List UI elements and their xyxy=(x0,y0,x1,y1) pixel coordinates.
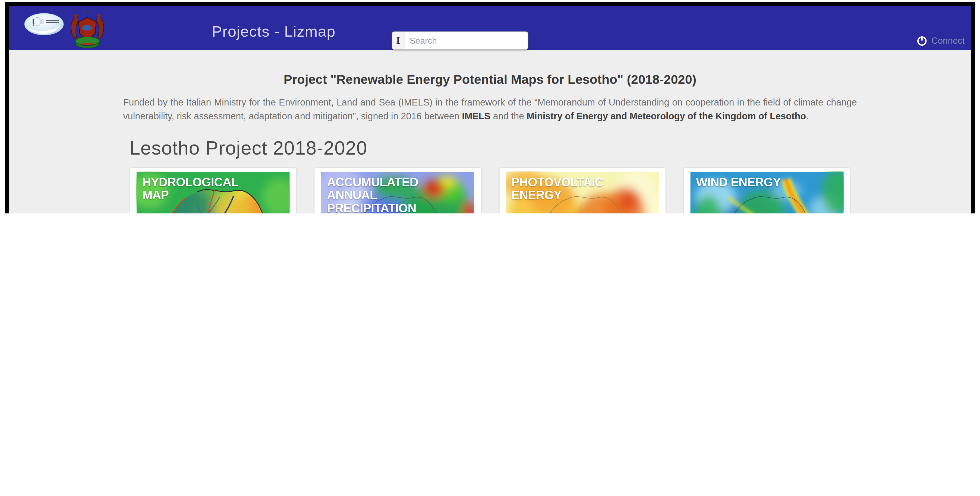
browser-viewport: Projects - Lizmap I Connect Project "Ren… xyxy=(5,2,975,214)
top-navbar: Projects - Lizmap I Connect xyxy=(9,6,971,50)
map-thumbnail-hydrological[interactable]: HYDROLOGICAL MAP MOHOKARE SENQU MAKHALEN… xyxy=(137,172,290,214)
project-title: Project "Renewable Energy Potential Maps… xyxy=(9,72,971,87)
description-text: and the xyxy=(490,111,527,122)
connect-button[interactable]: Connect xyxy=(916,35,965,46)
repository-section-title: Lesotho Project 2018-2020 xyxy=(129,138,851,159)
map-title-overlay: ACCUMULATED ANNUAL PRECIPITATION xyxy=(327,176,458,214)
description-text: . xyxy=(806,111,809,122)
map-thumbnail-wind[interactable]: WIND ENERGY average period 1989-2018 xyxy=(690,172,843,214)
map-title-overlay: HYDROLOGICAL MAP xyxy=(142,176,238,202)
map-title-overlay: PHOTOVOLTAIC ENERGY xyxy=(512,176,607,202)
page-header-title: Projects - Lizmap xyxy=(212,22,336,40)
description-bold-imels: IMELS xyxy=(462,111,490,122)
basin-label: MOHOKARE xyxy=(187,212,221,214)
project-card-wind: WIND ENERGY average period 1989-2018 Pro… xyxy=(683,167,851,214)
power-icon xyxy=(916,35,928,46)
map-thumbnail-precipitation[interactable]: ACCUMULATED ANNUAL PRECIPITATION average… xyxy=(321,172,474,214)
project-card-photovoltaic: PHOTOVOLTAIC ENERGY average period 1989-… xyxy=(498,167,666,214)
project-description: Funded by the Italian Ministry for the E… xyxy=(123,95,857,124)
project-card-precipitation: ACCUMULATED ANNUAL PRECIPITATION average… xyxy=(314,167,482,214)
map-title-overlay: WIND ENERGY xyxy=(696,176,792,189)
imels-ministry-logo xyxy=(24,13,64,35)
connect-label: Connect xyxy=(931,35,965,46)
search-bar: I xyxy=(392,32,528,50)
description-bold-ministry: Ministry of Energy and Meteorology of th… xyxy=(527,111,806,122)
project-card-hydrological: HYDROLOGICAL MAP MOHOKARE SENQU MAKHALEN… xyxy=(129,167,297,214)
project-card-list: HYDROLOGICAL MAP MOHOKARE SENQU MAKHALEN… xyxy=(129,167,851,214)
map-thumbnail-photovoltaic[interactable]: PHOTOVOLTAIC ENERGY average period 1989-… xyxy=(506,172,659,214)
text-cursor-icon: I xyxy=(392,32,405,49)
lesotho-coat-of-arms xyxy=(69,10,106,48)
search-input[interactable] xyxy=(405,32,528,49)
